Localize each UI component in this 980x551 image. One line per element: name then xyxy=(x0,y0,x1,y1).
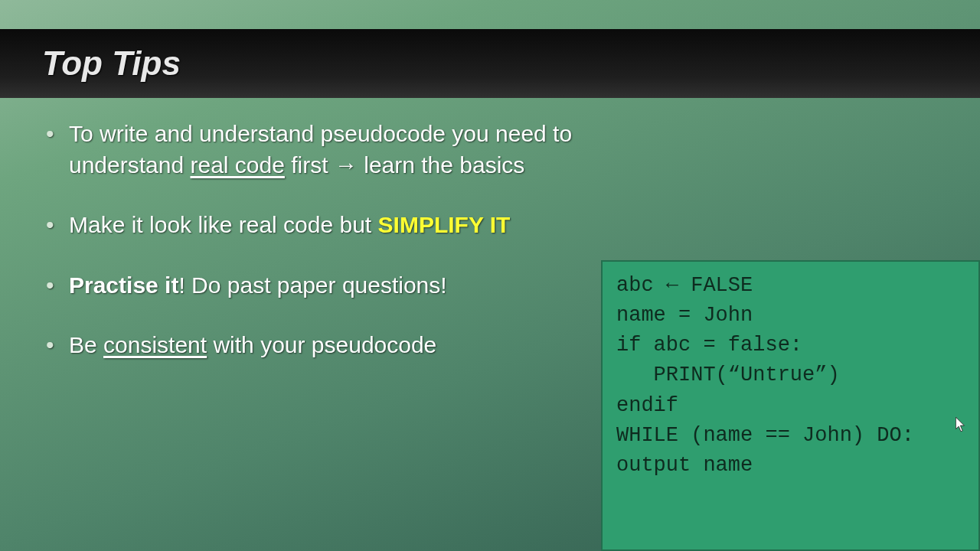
code-line-8: WHILE (name == John) DO: xyxy=(616,421,965,451)
bullet-2: Make it look like real code but SIMPLIFY… xyxy=(42,210,670,241)
code-l1a: abc xyxy=(616,274,666,297)
code-line-2: name = John xyxy=(616,301,965,331)
bullet-3-bold: Practise it xyxy=(69,272,178,298)
code-line-4: if abc = false: xyxy=(616,331,965,360)
bullet-list-container: To write and understand pseudocode you n… xyxy=(42,119,670,390)
code-line-9: output name xyxy=(616,451,965,481)
bullet-1-underline: real code xyxy=(190,152,284,178)
bullet-2-highlight: SIMPLIFY IT xyxy=(378,212,511,237)
code-line-6: endif xyxy=(616,391,965,421)
arrow-icon: → xyxy=(335,152,358,178)
bullet-4: Be consistent with your pseudocode xyxy=(42,330,670,361)
slide-title: Top Tips xyxy=(42,44,181,83)
code-line-1: abc ← FALSE xyxy=(616,271,965,301)
bullet-3: Practise it! Do past paper questions! xyxy=(42,270,670,302)
title-bar: Top Tips xyxy=(0,29,980,98)
code-l1b: FALSE xyxy=(678,274,753,297)
pseudocode-box: abc ← FALSEname = Johnif abc = false: PR… xyxy=(601,260,980,551)
bullet-1-text-c: learn the basics xyxy=(358,152,524,178)
bullet-3-rest: ! Do past paper questions! xyxy=(178,272,446,298)
bullet-list: To write and understand pseudocode you n… xyxy=(42,119,670,361)
bullet-1: To write and understand pseudocode you n… xyxy=(42,119,670,181)
bullet-1-text-b: first xyxy=(285,152,335,178)
left-arrow-icon: ← xyxy=(666,274,678,297)
bullet-2-text-a: Make it look like real code but xyxy=(69,212,378,237)
bullet-4-underline: consistent xyxy=(103,332,207,357)
bullet-4-text-a: Be xyxy=(69,332,103,357)
cursor-icon xyxy=(956,417,966,432)
bullet-4-text-b: with your pseudocode xyxy=(207,332,436,357)
code-line-5: PRINT(“Untrue”) xyxy=(616,360,965,390)
